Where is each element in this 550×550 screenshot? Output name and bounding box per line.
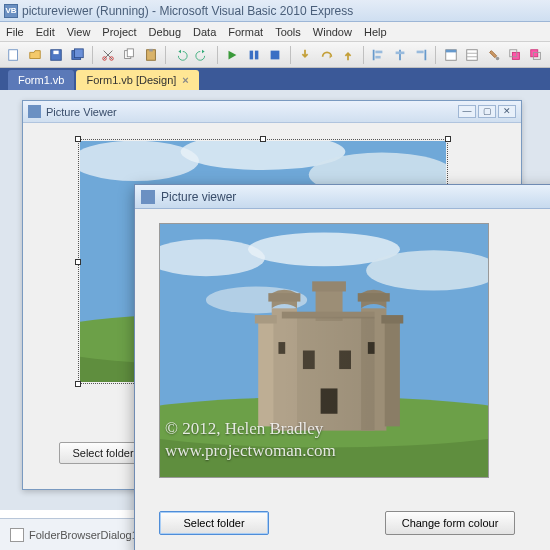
menu-tools[interactable]: Tools (275, 26, 301, 38)
bring-to-front-icon[interactable] (505, 45, 524, 65)
align-center-icon[interactable] (390, 45, 409, 65)
folderbrowserdialog-icon[interactable] (10, 528, 24, 542)
form-icon (141, 190, 155, 204)
resize-handle[interactable] (260, 136, 266, 142)
document-tabs: Form1.vb Form1.vb [Design]× (0, 68, 550, 90)
svg-rect-48 (467, 49, 478, 60)
close-icon[interactable]: ✕ (498, 105, 516, 118)
svg-rect-44 (424, 49, 426, 60)
svg-rect-37 (255, 50, 259, 59)
design-form-titlebar: Picture Viewer — ▢ ✕ (23, 101, 521, 123)
svg-rect-29 (74, 48, 83, 57)
app-titlebar: VB pictureviewer (Running) - Microsoft V… (0, 0, 550, 22)
menu-data[interactable]: Data (193, 26, 216, 38)
undo-icon[interactable] (171, 45, 190, 65)
form-icon (28, 105, 41, 118)
svg-rect-39 (373, 49, 375, 60)
svg-rect-45 (416, 50, 423, 53)
app-title: pictureviewer (Running) - Microsoft Visu… (22, 4, 353, 18)
resize-handle[interactable] (75, 136, 81, 142)
menu-window[interactable]: Window (313, 26, 352, 38)
new-project-icon[interactable] (4, 45, 23, 65)
runtime-window[interactable]: Picture viewer Select folder Change form… (134, 184, 550, 550)
svg-point-49 (495, 56, 499, 60)
svg-rect-35 (149, 48, 153, 51)
minimize-icon[interactable]: — (458, 105, 476, 118)
step-into-icon[interactable] (296, 45, 315, 65)
svg-rect-52 (531, 49, 538, 56)
svg-rect-50 (512, 52, 519, 59)
svg-rect-38 (271, 50, 280, 59)
properties-icon[interactable] (463, 45, 482, 65)
runtime-titlebar[interactable]: Picture viewer (135, 185, 550, 209)
svg-rect-47 (446, 49, 457, 52)
paste-icon[interactable] (141, 45, 160, 65)
app-icon: VB (4, 4, 18, 18)
maximize-icon[interactable]: ▢ (478, 105, 496, 118)
solution-explorer-icon[interactable] (441, 45, 460, 65)
runtime-title: Picture viewer (161, 190, 236, 204)
svg-rect-36 (249, 50, 253, 59)
break-icon[interactable] (244, 45, 263, 65)
copy-icon[interactable] (120, 45, 139, 65)
svg-rect-27 (54, 50, 59, 54)
start-debug-icon[interactable] (223, 45, 242, 65)
menu-project[interactable]: Project (102, 26, 136, 38)
change-form-colour-button[interactable]: Change form colour (385, 511, 515, 535)
tab-form1-code[interactable]: Form1.vb (8, 70, 74, 90)
menu-edit[interactable]: Edit (36, 26, 55, 38)
menubar: File Edit View Project Debug Data Format… (0, 22, 550, 42)
picturebox-runtime (159, 223, 489, 478)
align-left-icon[interactable] (369, 45, 388, 65)
tab-form1-design[interactable]: Form1.vb [Design]× (76, 70, 198, 90)
svg-rect-40 (376, 50, 383, 53)
send-to-back-icon[interactable] (527, 45, 546, 65)
open-icon[interactable] (25, 45, 44, 65)
svg-rect-25 (8, 49, 17, 60)
redo-icon[interactable] (192, 45, 211, 65)
step-out-icon[interactable] (338, 45, 357, 65)
svg-rect-43 (395, 51, 404, 54)
toolbar (0, 42, 550, 68)
menu-format[interactable]: Format (228, 26, 263, 38)
menu-view[interactable]: View (67, 26, 91, 38)
menu-help[interactable]: Help (364, 26, 387, 38)
svg-rect-41 (376, 55, 381, 58)
resize-handle[interactable] (75, 381, 81, 387)
align-right-icon[interactable] (411, 45, 430, 65)
stop-debug-icon[interactable] (265, 45, 284, 65)
design-form-title: Picture Viewer (46, 106, 117, 118)
component-label[interactable]: FolderBrowserDialog1 (29, 529, 138, 541)
resize-handle[interactable] (75, 259, 81, 265)
save-all-icon[interactable] (68, 45, 87, 65)
resize-handle[interactable] (445, 136, 451, 142)
step-over-icon[interactable] (317, 45, 336, 65)
svg-rect-42 (399, 49, 401, 60)
tab-label: Form1.vb (18, 74, 64, 86)
cut-icon[interactable] (98, 45, 117, 65)
close-tab-icon[interactable]: × (182, 74, 188, 86)
menu-file[interactable]: File (6, 26, 24, 38)
svg-rect-33 (127, 48, 133, 56)
tab-label: Form1.vb [Design] (86, 74, 176, 86)
select-folder-button[interactable]: Select folder (159, 511, 269, 535)
menu-debug[interactable]: Debug (149, 26, 181, 38)
toolbox-icon[interactable] (484, 45, 503, 65)
save-icon[interactable] (47, 45, 66, 65)
